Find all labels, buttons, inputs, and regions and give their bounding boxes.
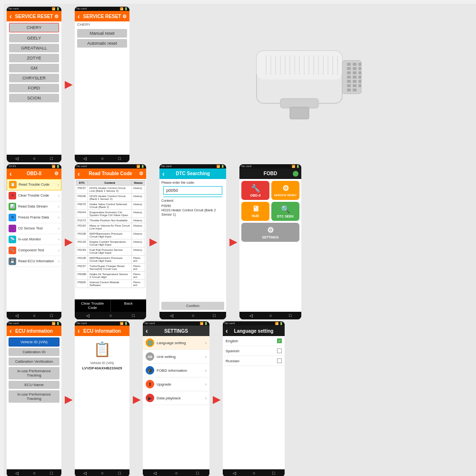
dtc-row-7[interactable]: P0108MAP/Barometric Pressure Circuit Hig…	[76, 231, 145, 239]
back-arrow-7[interactable]: ‹	[10, 327, 12, 335]
lang-english-checkbox[interactable]: ✓	[277, 338, 282, 343]
nav-back-6[interactable]: ◁	[249, 313, 253, 318]
nav-back-10[interactable]: ◁	[233, 471, 236, 476]
obd-in-use-monitor[interactable]: 📡 In-use Monitor ›	[7, 234, 61, 245]
nav-recent-6[interactable]: □	[289, 313, 291, 318]
lang-spanish-checkbox[interactable]	[277, 348, 282, 353]
nav-home-7[interactable]: ○	[33, 471, 36, 476]
settings-data-playback[interactable]: ▶ Data playback ›	[143, 391, 209, 405]
brand-gm[interactable]: GM	[9, 64, 59, 72]
brand-geely[interactable]: GEELY	[9, 34, 59, 42]
settings-unit[interactable]: AB Unit setting ›	[143, 350, 209, 364]
nav-home-2[interactable]: ○	[101, 156, 104, 161]
nav-recent-9[interactable]: □	[196, 471, 198, 476]
nav-back-4[interactable]: ◁	[86, 313, 89, 318]
dtc-row-5[interactable]: P1573Throttle Position Not AvailableHist…	[76, 218, 145, 223]
nav-back-5[interactable]: ◁	[170, 313, 173, 318]
obd-read-trouble-code[interactable]: 📋 Read Trouble Code ›	[7, 179, 61, 190]
dtc-row-9[interactable]: P0193Fuel Rail Pressure Sensor Circuit H…	[76, 247, 145, 255]
obd-o2-sensor[interactable]: ○ O2 Sensor Test ›	[7, 223, 61, 234]
settings-icon-3[interactable]: ⚙	[54, 171, 59, 176]
nav-home-8[interactable]: ○	[101, 471, 104, 476]
nav-home-10[interactable]: ○	[253, 471, 255, 476]
obd-read-ecu[interactable]: 💾 Read ECU Information ›	[7, 256, 61, 267]
dtc-row-1[interactable]: P0037HO2S Heater Control Circuit Low (Ba…	[76, 185, 145, 193]
lang-russian-checkbox[interactable]	[277, 358, 282, 363]
dtc-row-6[interactable]: P0102Mass or Volume Air Flow Circuit Low…	[76, 223, 145, 231]
obd-clear-trouble-code[interactable]: ✕ Clear Trouble Code ›	[7, 190, 61, 201]
settings-fobd[interactable]: 🎓 FOBD information ›	[143, 364, 209, 377]
fobd-settings-tile[interactable]: ⚙ SETTINGS	[241, 223, 299, 242]
back-arrow-4[interactable]: ‹	[78, 170, 80, 178]
manual-reset[interactable]: Manual reset	[77, 29, 127, 38]
brand-chery[interactable]: CHERY	[9, 23, 59, 32]
back-arrow-10[interactable]: ‹	[226, 327, 228, 335]
obd-read-data-stream[interactable]: 📊 Read Data Stream ›	[7, 201, 61, 212]
brand-chrysler[interactable]: CHRYSLER	[9, 74, 59, 82]
obd-component-test[interactable]: 🔧 Component Test ›	[7, 245, 61, 256]
nav-back-7[interactable]: ◁	[15, 471, 19, 476]
brand-greatwall[interactable]: GREATWALL	[9, 44, 59, 52]
nav-back-3[interactable]: ◁	[15, 313, 19, 318]
settings-upgrade[interactable]: ⬆ Upgrade ›	[143, 377, 209, 391]
fobd-obdii-tile[interactable]: 🔧 OBD-II	[241, 181, 269, 200]
back-arrow-8[interactable]: ‹	[78, 327, 80, 335]
settings-icon-4[interactable]: ⚙	[139, 171, 143, 176]
ecu-calibration-id[interactable]: Calibration ID	[9, 348, 60, 356]
dtc-row-10[interactable]: P0108MAP/Barometric Pressure Circuit Hig…	[76, 255, 145, 263]
nav-recent-5[interactable]: □	[213, 313, 215, 318]
ecu-vehicle-id[interactable]: Vehicle ID (VIN)	[9, 337, 60, 347]
confirm-btn[interactable]: Confirm	[161, 302, 224, 310]
ecu-calibration-verification[interactable]: Calibration Verification	[9, 357, 60, 366]
fobd-service-reset-tile[interactable]: ⚙ SERVICE RESET	[271, 181, 299, 200]
lang-english[interactable]: English ✓	[223, 336, 285, 346]
dtc-input[interactable]: p0050	[163, 186, 222, 195]
nav-recent-8[interactable]: □	[118, 471, 120, 476]
ecu-name[interactable]: ECU Name	[9, 381, 60, 389]
nav-home-3[interactable]: ○	[33, 313, 36, 318]
back-arrow-2[interactable]: ‹	[78, 12, 80, 20]
nav-recent-2[interactable]: □	[118, 156, 120, 161]
lang-russian[interactable]: Russian	[223, 356, 285, 366]
nav-home-5[interactable]: ○	[192, 313, 194, 318]
dtc-row-13[interactable]: P0600Internal Control Module SoftwarePer…	[76, 279, 145, 288]
brand-ford[interactable]: FORD	[9, 84, 59, 92]
nav-back-2[interactable]: ◁	[83, 156, 87, 161]
settings-icon-1[interactable]: ⚙	[54, 14, 59, 19]
dtc-row-4[interactable]: P0444Evaporative Emission Ctrl System Pu…	[76, 209, 145, 218]
auto-reset[interactable]: Automatic reset	[77, 39, 127, 48]
nav-home-4[interactable]: ○	[109, 313, 112, 318]
nav-recent-7[interactable]: □	[50, 471, 52, 476]
settings-language[interactable]: 🌐 Language setting ›	[143, 336, 209, 350]
fobd-hud-tile[interactable]: 🖥 HUD	[241, 202, 269, 221]
nav-home-1[interactable]: ○	[33, 156, 36, 161]
clear-trouble-code-btn[interactable]: Clear Trouble Code	[75, 299, 111, 312]
dtc-row-11[interactable]: P0237Turbo/Super Charger Boost Sensor[A]…	[76, 263, 145, 271]
lang-spanish[interactable]: Spanish	[223, 346, 285, 356]
settings-icon-2[interactable]: ⚙	[122, 14, 127, 19]
back-arrow-9[interactable]: ‹	[146, 327, 148, 335]
dtc-row-12[interactable]: P009BIntake Air Temperature Sensor 2 Cir…	[76, 271, 145, 279]
ecu-in-use-performance-1[interactable]: In-use Performance Tracking	[9, 367, 60, 379]
nav-back-9[interactable]: ◁	[153, 471, 157, 476]
fobd-dtcseek-tile[interactable]: 🔍 DTC SEEK	[271, 202, 299, 221]
nav-recent-1[interactable]: □	[50, 156, 52, 161]
brand-scion[interactable]: SCION	[9, 94, 59, 102]
nav-back-1[interactable]: ◁	[15, 156, 19, 161]
nav-back-8[interactable]: ◁	[83, 471, 87, 476]
dtc-row-2[interactable]: P0036HO2S Heater Control Circuit (Bank 1…	[76, 193, 145, 201]
dtc-row-8[interactable]: P0118Engine Coolant Temperature Circuit …	[76, 239, 145, 247]
back-arrow-1[interactable]: ‹	[10, 12, 12, 20]
nav-home-6[interactable]: ○	[269, 313, 272, 318]
brand-zotye[interactable]: ZOTYE	[9, 54, 59, 62]
back-arrow-5[interactable]: ‹	[162, 170, 165, 178]
dtc-row-3[interactable]: P0075Intake Valve Control Solenoid Circu…	[76, 201, 145, 209]
back-arrow-3[interactable]: ‹	[10, 170, 12, 178]
nav-recent-10[interactable]: □	[272, 471, 275, 476]
obd-freeze-frame[interactable]: ❄ Freeze Frame Data ›	[7, 212, 61, 223]
nav-recent-4[interactable]: □	[132, 313, 135, 318]
ecu-in-use-performance-2[interactable]: In-use Performance Tracking	[9, 390, 60, 403]
nav-recent-3[interactable]: □	[50, 313, 52, 318]
nav-home-9[interactable]: ○	[175, 471, 178, 476]
back-btn-4[interactable]: Back	[111, 299, 147, 312]
